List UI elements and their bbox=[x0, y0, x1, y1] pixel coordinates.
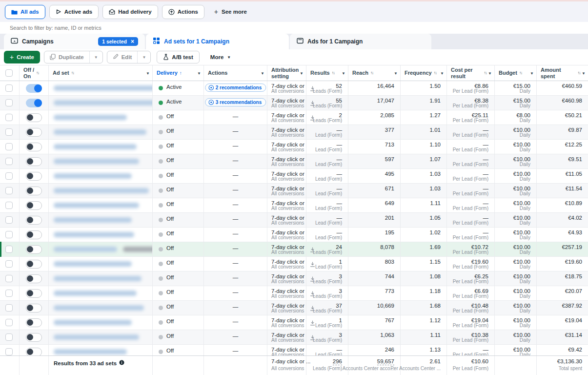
more-button[interactable]: More ▼ bbox=[204, 51, 237, 63]
row-checkbox[interactable] bbox=[5, 216, 13, 224]
header-cost-per-result[interactable]: Cost per result ↑↓ ▼ bbox=[447, 65, 495, 81]
header-budget[interactable]: Budget ↑↓ ▼ bbox=[495, 65, 537, 81]
chevron-down-icon[interactable]: ▼ bbox=[342, 71, 345, 76]
chevron-down-icon[interactable]: ▼ bbox=[261, 71, 264, 76]
header-frequency[interactable]: Frequency ↑↓ ▼ bbox=[401, 65, 447, 81]
table-row[interactable]: Off — 7-day click or ...All conversions … bbox=[0, 184, 588, 198]
row-checkbox[interactable] bbox=[5, 158, 13, 165]
row-checkbox[interactable] bbox=[5, 172, 13, 180]
ad-set-toggle[interactable] bbox=[26, 216, 42, 225]
ad-set-toggle[interactable] bbox=[26, 260, 42, 269]
header-select-all[interactable] bbox=[0, 65, 20, 81]
filter-had-delivery[interactable]: Had delivery bbox=[102, 5, 158, 19]
ad-set-toggle[interactable] bbox=[26, 333, 42, 342]
table-row[interactable]: Active 3 recommendations 7-day click or … bbox=[0, 96, 588, 110]
row-checkbox[interactable] bbox=[5, 202, 13, 209]
chevron-down-icon[interactable]: ▼ bbox=[530, 71, 534, 76]
ad-set-name-redacted[interactable] bbox=[54, 115, 127, 120]
table-row[interactable]: Off — 7-day click or ...All conversions … bbox=[0, 140, 588, 154]
table-row[interactable]: Off — 7-day click or ...All conversions … bbox=[0, 242, 588, 257]
row-checkbox[interactable] bbox=[5, 187, 13, 194]
ad-set-toggle[interactable] bbox=[26, 128, 42, 137]
download-icon[interactable] bbox=[310, 319, 315, 328]
ad-set-toggle[interactable] bbox=[26, 274, 42, 283]
ad-set-name-redacted[interactable] bbox=[54, 247, 117, 252]
select-all-checkbox[interactable] bbox=[5, 69, 13, 77]
ad-set-name-redacted[interactable] bbox=[54, 334, 139, 340]
ad-set-toggle[interactable] bbox=[26, 84, 42, 93]
table-row[interactable]: Active 2 recommendations 7-day click or … bbox=[0, 81, 588, 96]
tab-campaigns[interactable]: Campaigns 1 selected × bbox=[4, 34, 145, 49]
ad-set-name-redacted[interactable] bbox=[54, 217, 132, 223]
table-row[interactable]: Off — 7-day click or ...All conversions … bbox=[0, 125, 588, 140]
ad-set-name-redacted[interactable] bbox=[54, 261, 132, 267]
recommendations-badge[interactable]: 3 recommendations bbox=[205, 98, 266, 106]
filter-actions[interactable]: Actions bbox=[162, 5, 204, 19]
header-attribution[interactable]: Attribution setting ▼ bbox=[267, 65, 306, 81]
table-row[interactable]: Off — 7-day click or ...All conversions … bbox=[0, 330, 588, 345]
row-checkbox[interactable] bbox=[5, 290, 13, 297]
edit-dropdown[interactable]: ▼ bbox=[137, 51, 150, 63]
row-checkbox[interactable] bbox=[5, 114, 13, 121]
row-checkbox[interactable] bbox=[5, 304, 13, 312]
edit-button[interactable]: Edit bbox=[107, 51, 138, 63]
ad-set-name-redacted[interactable] bbox=[54, 129, 146, 135]
ad-set-name-redacted[interactable] bbox=[54, 203, 139, 208]
table-row[interactable]: Off — 7-day click or ...All conversions … bbox=[0, 286, 588, 301]
table-row[interactable]: Off — 7-day click or ...All conversions … bbox=[0, 213, 588, 228]
ad-set-name-redacted[interactable] bbox=[54, 85, 153, 91]
duplicate-button[interactable]: Duplicate bbox=[44, 51, 89, 63]
duplicate-dropdown[interactable]: ▼ bbox=[89, 51, 102, 63]
row-checkbox[interactable] bbox=[5, 99, 13, 106]
row-checkbox[interactable] bbox=[5, 333, 13, 341]
ad-set-name-redacted[interactable] bbox=[54, 276, 142, 281]
tab-ads[interactable]: Ads for 1 Campaign bbox=[290, 34, 431, 49]
chevron-down-icon[interactable]: ▼ bbox=[582, 71, 586, 76]
chevron-down-icon[interactable]: ▼ bbox=[146, 71, 150, 76]
header-actions[interactable]: Actions ▼ bbox=[204, 65, 267, 81]
create-button[interactable]: + Create bbox=[4, 51, 40, 63]
row-checkbox[interactable] bbox=[5, 260, 13, 268]
header-delivery[interactable]: Delivery ↑ ▼ bbox=[153, 65, 204, 81]
table-row[interactable]: Off — 7-day click or ...All conversions … bbox=[0, 228, 588, 242]
ad-set-name-redacted[interactable] bbox=[54, 320, 132, 325]
ab-test-button[interactable]: A/B test bbox=[157, 51, 199, 63]
ad-set-toggle[interactable] bbox=[26, 304, 42, 312]
table-row[interactable]: Off — 7-day click or ...All conversions … bbox=[0, 198, 588, 213]
header-ad-set[interactable]: Ad set ↑↓ ▼ bbox=[49, 65, 153, 81]
ad-set-toggle[interactable] bbox=[26, 99, 42, 107]
header-results[interactable]: Results ↑↓ ▼ bbox=[306, 65, 348, 81]
ad-set-name-redacted[interactable] bbox=[54, 188, 149, 193]
ad-set-toggle[interactable] bbox=[26, 289, 42, 298]
ad-set-name-redacted[interactable] bbox=[54, 291, 137, 296]
header-reach[interactable]: Reach ↑↓ ▼ bbox=[348, 65, 401, 81]
table-row[interactable]: Off — 7-day click or ...All conversions … bbox=[0, 110, 588, 125]
row-checkbox[interactable] bbox=[5, 143, 13, 150]
ad-set-toggle[interactable] bbox=[26, 245, 42, 254]
search-input[interactable] bbox=[10, 25, 303, 31]
chevron-down-icon[interactable]: ▼ bbox=[440, 71, 444, 76]
close-icon[interactable]: × bbox=[131, 39, 134, 44]
row-checkbox[interactable] bbox=[5, 275, 13, 282]
ad-set-toggle[interactable] bbox=[26, 157, 42, 166]
row-checkbox[interactable] bbox=[5, 231, 13, 238]
chevron-down-icon[interactable]: ▼ bbox=[300, 71, 304, 76]
filter-all-ads[interactable]: All ads bbox=[5, 5, 45, 19]
table-row[interactable]: Off — 7-day click or ...All conversions … bbox=[0, 271, 588, 286]
row-checkbox[interactable] bbox=[5, 84, 13, 92]
row-checkbox[interactable] bbox=[5, 246, 13, 253]
ad-set-name-redacted[interactable] bbox=[54, 305, 144, 311]
ad-set-toggle[interactable] bbox=[26, 318, 42, 327]
tab-ad-sets[interactable]: Ad sets for 1 Campaign bbox=[146, 34, 289, 49]
table-row[interactable]: Off — 7-day click or ...All conversions … bbox=[0, 257, 588, 271]
row-checkbox[interactable] bbox=[5, 128, 13, 136]
selected-count-badge[interactable]: 1 selected × bbox=[98, 37, 138, 46]
table-row[interactable]: Off — 7-day click or ...All conversions … bbox=[0, 315, 588, 330]
chevron-down-icon[interactable]: ▼ bbox=[394, 71, 398, 76]
ad-set-name-redacted[interactable] bbox=[54, 100, 153, 105]
chevron-down-icon[interactable]: ▼ bbox=[488, 71, 492, 76]
download-icon[interactable] bbox=[310, 260, 315, 269]
row-checkbox[interactable] bbox=[5, 348, 13, 355]
ad-set-name-redacted[interactable] bbox=[54, 349, 127, 354]
see-more-button[interactable]: + See more bbox=[214, 8, 247, 16]
